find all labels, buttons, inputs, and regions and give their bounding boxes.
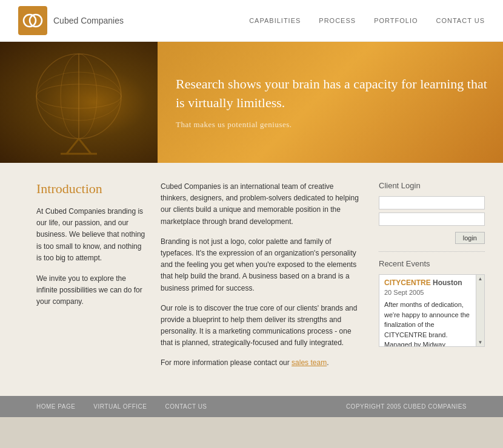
hero-image xyxy=(0,42,158,163)
nav-portfolio[interactable]: PORTFOLIO xyxy=(374,17,418,24)
footer: HOME PAGE VIRTUAL OFFICE CONTACT US COPY… xyxy=(0,396,503,417)
dotted-divider xyxy=(379,251,485,252)
footer-home-page[interactable]: HOME PAGE xyxy=(36,403,75,410)
events-box: CITYCENTRE Houston 20 Sept 2005 After mo… xyxy=(379,274,485,347)
footer-copyright: COPYRIGHT 2005 CUBED COMPANIES xyxy=(346,403,467,410)
body-para-4-prefix: For more information please contact our xyxy=(161,358,291,367)
footer-virtual-office[interactable]: VIRTUAL OFFICE xyxy=(93,403,147,410)
body-para-3: Our role is to discover the true core of… xyxy=(161,303,361,349)
nav-capabilities[interactable]: CAPABILITIES xyxy=(249,17,301,24)
login-button-row: login xyxy=(379,232,485,244)
header: Cubed Companies CAPABILITIES PROCESS POR… xyxy=(0,0,503,42)
body-para-4-suffix: . xyxy=(327,358,328,367)
login-form: login xyxy=(379,196,485,244)
events-scrollbar: ▲ ▼ xyxy=(476,275,484,346)
event-date: 20 Sept 2005 xyxy=(384,289,472,296)
event-body-text: After months of dedication, we're happy … xyxy=(384,301,471,347)
recent-events-title: Recent Events xyxy=(379,259,485,268)
intro-text-1: At Cubed Companies branding is our life,… xyxy=(36,206,148,264)
scroll-up-arrow[interactable]: ▲ xyxy=(478,276,483,282)
svg-line-7 xyxy=(67,139,79,154)
password-input[interactable] xyxy=(379,212,485,226)
svg-line-8 xyxy=(79,139,91,154)
logo-area: Cubed Companies xyxy=(18,6,124,35)
scroll-down-arrow[interactable]: ▼ xyxy=(478,340,483,345)
username-input[interactable] xyxy=(379,196,485,209)
hero-text-area: Research shows your brain has a capacity… xyxy=(164,63,503,142)
nav-process[interactable]: PROCESS xyxy=(319,17,356,24)
logo-text: Cubed Companies xyxy=(53,16,124,25)
main-nav: CAPABILITIES PROCESS PORTFOLIO CONTACT U… xyxy=(249,17,485,24)
footer-nav: HOME PAGE VIRTUAL OFFICE CONTACT US xyxy=(36,403,207,410)
logo-icon xyxy=(18,6,47,35)
body-para-1: Cubed Companies is an international team… xyxy=(161,181,361,228)
intro-title: Introduction xyxy=(36,181,148,197)
main-content: Introduction At Cubed Companies branding… xyxy=(0,163,503,396)
intro-column: Introduction At Cubed Companies branding… xyxy=(36,181,148,378)
nav-contact-us[interactable]: CONTACT US xyxy=(436,17,485,24)
intro-text-2: We invite you to explore the infinite po… xyxy=(36,273,148,308)
hero-headline: Research shows your brain has a capacity… xyxy=(176,75,491,113)
event-city-orange: CITYCENTRE xyxy=(384,278,431,287)
event-city-gray: Houston xyxy=(431,278,462,287)
content-left: Introduction At Cubed Companies branding… xyxy=(36,181,361,378)
hero-subtext: That makes us potential geniuses. xyxy=(176,120,491,130)
sales-team-link[interactable]: sales team xyxy=(291,358,327,367)
client-login-title: Client Login xyxy=(379,181,485,190)
login-button[interactable]: login xyxy=(455,232,485,244)
event-title-line: CITYCENTRE Houston xyxy=(384,278,472,287)
body-para-2: Branding is not just a logo, color palet… xyxy=(161,236,361,294)
hero-banner: Research shows your brain has a capacity… xyxy=(0,42,503,163)
footer-contact-us[interactable]: CONTACT US xyxy=(165,403,207,410)
body-column: Cubed Companies is an international team… xyxy=(161,181,361,378)
event-body: After months of dedication, we're happy … xyxy=(384,300,472,347)
events-content: CITYCENTRE Houston 20 Sept 2005 After mo… xyxy=(379,275,484,347)
body-para-4: For more information please contact our … xyxy=(161,357,361,369)
sidebar: Client Login login Recent Events CITYCEN… xyxy=(379,181,485,378)
